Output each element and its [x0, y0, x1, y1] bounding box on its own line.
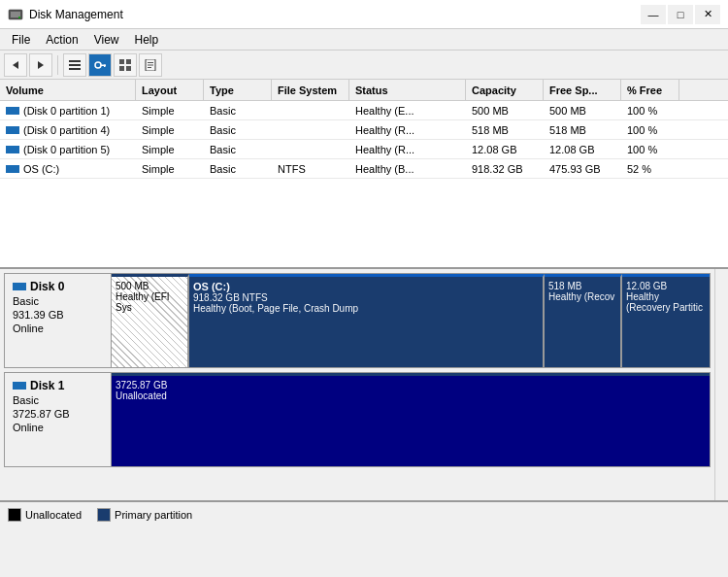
list-icon: [69, 59, 81, 71]
partition-518[interactable]: 518 MB Healthy (Recov: [545, 274, 622, 367]
table-row[interactable]: OS (C:) Simple Basic NTFS Healthy (B... …: [0, 159, 728, 179]
unalloc-size: 3725.87 GB: [116, 380, 706, 390]
cell-volume-2: (Disk 0 partition 5): [0, 140, 136, 158]
disk-1-type: Basic: [13, 394, 103, 406]
cell-layout-2: Simple: [136, 140, 204, 158]
legend-label-primary: Primary partition: [115, 509, 192, 521]
toolbar-btn-3[interactable]: [63, 53, 86, 77]
legend-item-primary: Primary partition: [97, 508, 192, 522]
toolbar-forward[interactable]: [29, 53, 52, 77]
close-button[interactable]: ✕: [695, 5, 720, 24]
cell-status-1: Healthy (R...: [349, 120, 466, 139]
partition-unallocated[interactable]: 3725.87 GB Unallocated: [112, 373, 710, 466]
partition-os-detail: 918.32 GB NTFS: [193, 292, 539, 303]
col-header-type[interactable]: Type: [204, 80, 272, 100]
app-icon: [8, 7, 23, 22]
partition-os[interactable]: OS (C:) 918.32 GB NTFS Healthy (Boot, Pa…: [189, 274, 545, 367]
disk-1-container: Disk 1 Basic 3725.87 GB Online 3725.87 G…: [4, 372, 711, 467]
svg-rect-14: [126, 66, 131, 71]
col-header-status[interactable]: Status: [349, 80, 466, 100]
menu-file[interactable]: File: [4, 31, 38, 49]
title-bar-controls: — □ ✕: [641, 5, 720, 24]
svg-rect-1: [11, 12, 20, 17]
svg-rect-5: [69, 60, 81, 62]
col-header-volume[interactable]: Volume: [0, 80, 136, 100]
scrollbar[interactable]: [714, 269, 728, 500]
legend-item-unalloc: Unallocated: [8, 508, 82, 522]
cell-fs-3: NTFS: [272, 159, 349, 178]
cell-freesp-2: 12.08 GB: [544, 140, 621, 158]
col-header-layout[interactable]: Layout: [136, 80, 204, 100]
cell-freesp-1: 518 MB: [544, 120, 621, 139]
volume-icon-1: [6, 126, 19, 134]
back-icon: [11, 60, 20, 70]
disk-0-container: Disk 0 Basic 931.39 GB Online 500 MB Hea…: [4, 273, 711, 368]
partition-12gb-size: 12.08 GB: [626, 281, 706, 291]
cell-capacity-0: 500 MB: [466, 101, 544, 119]
toolbar-btn-5[interactable]: [114, 53, 137, 77]
svg-rect-11: [119, 59, 124, 64]
col-header-freesp[interactable]: Free Sp...: [544, 80, 621, 100]
svg-marker-4: [38, 61, 44, 69]
cell-fs-2: [272, 140, 349, 158]
svg-rect-18: [148, 67, 151, 68]
maximize-button[interactable]: □: [668, 5, 693, 24]
disk-area[interactable]: Disk 0 Basic 931.39 GB Online 500 MB Hea…: [0, 269, 714, 500]
minimize-button[interactable]: —: [641, 5, 666, 24]
svg-rect-16: [148, 62, 153, 63]
cell-capacity-3: 918.32 GB: [466, 159, 544, 178]
cell-freesp-3: 475.93 GB: [544, 159, 621, 178]
volume-icon-3: [6, 165, 19, 173]
disk-area-wrapper: Disk 0 Basic 931.39 GB Online 500 MB Hea…: [0, 269, 728, 500]
cell-type-1: Basic: [204, 120, 272, 139]
volume-icon-2: [6, 146, 19, 153]
toolbar-btn-6[interactable]: [139, 53, 162, 77]
properties-icon: [145, 59, 156, 71]
disk-1-size: 3725.87 GB: [13, 408, 103, 420]
cell-type-2: Basic: [204, 140, 272, 158]
cell-pctfree-2: 100 %: [621, 140, 679, 158]
disk-1-status: Online: [13, 422, 103, 433]
col-header-fs[interactable]: File System: [272, 80, 349, 100]
partition-efi[interactable]: 500 MB Healthy (EFI Sys: [112, 274, 189, 367]
table-row[interactable]: (Disk 0 partition 1) Simple Basic Health…: [0, 101, 728, 120]
svg-rect-6: [69, 64, 81, 66]
cell-type-0: Basic: [204, 101, 272, 119]
cell-layout-0: Simple: [136, 101, 204, 119]
cell-pctfree-3: 52 %: [621, 159, 679, 178]
toolbar: [0, 51, 728, 80]
key-icon: [94, 59, 106, 71]
cell-pctfree-1: 100 %: [621, 120, 679, 139]
partition-518-status: Healthy (Recov: [548, 291, 616, 302]
col-header-pctfree[interactable]: % Free: [621, 80, 679, 100]
table-area: Volume Layout Type File System Status Ca…: [0, 80, 728, 269]
menu-action[interactable]: Action: [38, 31, 85, 49]
disk-icon: [13, 283, 26, 290]
table-row[interactable]: (Disk 0 partition 4) Simple Basic Health…: [0, 120, 728, 140]
disk1-icon: [13, 382, 26, 390]
partition-12gb[interactable]: 12.08 GB Healthy (Recovery Partitic: [622, 274, 710, 367]
svg-marker-3: [13, 61, 18, 69]
menu-help[interactable]: Help: [127, 31, 167, 49]
menu-bar: File Action View Help: [0, 29, 728, 51]
col-header-capacity[interactable]: Capacity: [466, 80, 544, 100]
cell-capacity-2: 12.08 GB: [466, 140, 544, 158]
cell-type-3: Basic: [204, 159, 272, 178]
svg-rect-13: [119, 66, 124, 71]
cell-fs-0: [272, 101, 349, 119]
cell-status-0: Healthy (E...: [349, 101, 466, 119]
partition-efi-status: Healthy (EFI Sys: [116, 291, 183, 313]
title-bar: Disk Management — □ ✕: [0, 0, 728, 29]
toolbar-btn-4[interactable]: [88, 53, 112, 77]
cell-volume-3: OS (C:): [0, 159, 136, 178]
cell-capacity-1: 518 MB: [466, 120, 544, 139]
volume-icon-0: [6, 107, 19, 115]
menu-view[interactable]: View: [86, 31, 127, 49]
disk-1-label: Disk 1 Basic 3725.87 GB Online: [5, 373, 112, 466]
table-row[interactable]: (Disk 0 partition 5) Simple Basic Health…: [0, 140, 728, 159]
table-header: Volume Layout Type File System Status Ca…: [0, 80, 728, 101]
cell-status-3: Healthy (B...: [349, 159, 466, 178]
svg-rect-10: [104, 64, 106, 67]
toolbar-back[interactable]: [4, 53, 27, 77]
cell-volume-0: (Disk 0 partition 1): [0, 101, 136, 119]
